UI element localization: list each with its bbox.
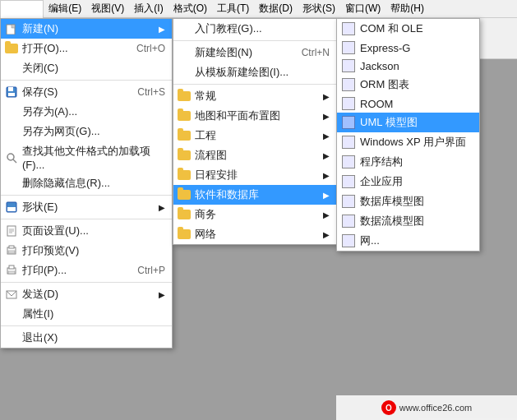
menu-item-save[interactable]: 保存(S) Ctrl+S (1, 82, 172, 102)
sw-dbmodel[interactable]: 数据库模型图 (337, 192, 479, 211)
menu-item-open[interactable]: 打开(O)... Ctrl+O (1, 39, 172, 58)
send-icon (4, 287, 19, 302)
printpreview-icon (4, 243, 19, 258)
open-icon (4, 41, 19, 56)
menu-view[interactable]: 视图(V) (86, 0, 129, 17)
svg-rect-15 (8, 251, 15, 253)
folder-biz-icon (177, 207, 192, 222)
progstruct-icon (340, 155, 357, 169)
menu-item-deleteinfo[interactable]: 删除隐藏信息(R)... (1, 173, 172, 193)
sw-enterprise[interactable]: 企业应用 (337, 172, 479, 192)
menu-item-new[interactable]: 新建(N) ▶ (1, 19, 172, 39)
find-icon (4, 150, 19, 165)
submenu-new-drawing[interactable]: 新建绘图(N) Ctrl+N (173, 43, 336, 62)
enterprise-icon (340, 174, 357, 189)
sw-orm[interactable]: ORM 图表 (337, 75, 479, 95)
watermark-text: www.office26.com (399, 403, 472, 413)
submenu-tutorial[interactable]: 入门教程(G)... (173, 19, 336, 39)
menu-help[interactable]: 帮助(H) (385, 0, 429, 17)
watermark-logo: O (381, 400, 396, 415)
menu-item-saveas[interactable]: 另存为(A)... (1, 102, 172, 122)
folder-flow-icon (177, 148, 192, 163)
sw-com-ole[interactable]: COM 和 OLE (337, 19, 479, 39)
new-sep-1 (173, 40, 336, 41)
room-icon (340, 96, 357, 111)
new-submenu-dropdown: 入门教程(G)... 新建绘图(N) Ctrl+N 从模板新建绘图(I)... … (173, 18, 337, 245)
sw-dataflow[interactable]: 数据流模型图 (337, 211, 479, 231)
menu-item-shapes[interactable]: 形状(E) ▶ (1, 197, 172, 217)
submenu-software[interactable]: 软件和数据库 ▶ (173, 185, 336, 205)
software-submenu-dropdown: COM 和 OLE Express-G Jackson ORM 图表 ROOM … (336, 18, 480, 252)
shapes-icon (4, 200, 19, 215)
menu-item-print[interactable]: 打印(P)... Ctrl+P (1, 261, 172, 280)
pagesetup-icon (4, 224, 19, 238)
orm-icon (340, 77, 357, 92)
com-ole-icon (340, 21, 357, 36)
sw-express-g[interactable]: Express-G (337, 39, 479, 57)
web-icon (340, 233, 357, 248)
sw-progstruct[interactable]: 程序结构 (337, 152, 479, 172)
menu-bar: 文件(F) 编辑(E) 视图(V) 插入(I) 格式(O) 工具(T) 数据(D… (0, 0, 517, 18)
svg-point-5 (7, 154, 14, 160)
submenu-from-template[interactable]: 从模板新建绘图(I)... (173, 62, 336, 82)
svg-rect-3 (8, 87, 13, 91)
folder-general-icon (177, 89, 192, 104)
separator-4 (1, 282, 172, 283)
sw-winxp[interactable]: Windows XP 用户界面 (337, 132, 479, 152)
separator-1 (1, 80, 172, 81)
folder-eng-icon (177, 128, 192, 143)
express-g-icon (340, 40, 357, 55)
sw-jackson[interactable]: Jackson (337, 57, 479, 75)
menu-item-pagesetup[interactable]: 页面设置(U)... (1, 221, 172, 241)
menu-format[interactable]: 格式(O) (168, 0, 212, 17)
menu-item-saveasweb[interactable]: 另存为网页(G)... (1, 122, 172, 141)
menu-item-printpreview[interactable]: 打印预览(V) (1, 241, 172, 261)
submenu-engineering[interactable]: 工程 ▶ (173, 126, 336, 145)
sw-uml[interactable]: UML 模型图 (337, 113, 479, 132)
svg-rect-14 (9, 246, 14, 248)
svg-rect-8 (7, 207, 16, 211)
folder-sw-icon (177, 187, 192, 202)
svg-marker-1 (12, 25, 15, 28)
menu-shape[interactable]: 形状(S) (298, 0, 340, 17)
folder-net-icon (177, 227, 192, 242)
menu-insert[interactable]: 插入(I) (129, 0, 168, 17)
new-sep-2 (173, 84, 336, 85)
svg-rect-17 (9, 265, 14, 269)
winxp-icon (340, 135, 357, 150)
sw-web[interactable]: 网... (337, 231, 479, 251)
menu-file[interactable]: 文件(F) (0, 0, 44, 18)
menu-tools[interactable]: 工具(T) (212, 0, 254, 17)
submenu-maps[interactable]: 地图和平面布置图 ▶ (173, 106, 336, 126)
submenu-business[interactable]: 商务 ▶ (173, 205, 336, 224)
submenu-flowchart[interactable]: 流程图 ▶ (173, 145, 336, 165)
uml-icon (340, 115, 357, 130)
sw-room[interactable]: ROOM (337, 95, 479, 113)
menu-item-exit[interactable]: 退出(X) (1, 328, 172, 348)
menu-edit[interactable]: 编辑(E) (44, 0, 86, 17)
menu-item-properties[interactable]: 属性(I) (1, 304, 172, 324)
svg-rect-18 (8, 271, 15, 274)
separator-3 (1, 219, 172, 219)
menu-item-close[interactable]: 关闭(C) (1, 58, 172, 78)
jackson-icon (340, 58, 357, 73)
menu-item-send[interactable]: 发送(D) ▶ (1, 284, 172, 304)
new-icon (4, 21, 19, 36)
submenu-network[interactable]: 网络 ▶ (173, 224, 336, 244)
menu-window[interactable]: 窗口(W) (340, 0, 385, 17)
folder-sched-icon (177, 168, 192, 182)
menu-item-findformats[interactable]: 查找其他文件格式的加载项(F)... (1, 141, 172, 173)
dataflow-icon (340, 214, 357, 228)
svg-line-6 (13, 159, 16, 163)
watermark: O www.office26.com (336, 395, 517, 420)
menu-data[interactable]: 数据(D) (254, 0, 298, 17)
svg-rect-4 (8, 93, 15, 96)
folder-maps-icon (177, 108, 192, 123)
dbmodel-icon (340, 194, 357, 209)
submenu-schedule[interactable]: 日程安排 ▶ (173, 165, 336, 185)
file-menu-dropdown: 新建(N) ▶ 打开(O)... Ctrl+O 关闭(C) 保存(S) Ctrl… (0, 18, 173, 348)
separator-2 (1, 195, 172, 196)
submenu-general[interactable]: 常规 ▶ (173, 86, 336, 106)
save-icon (4, 85, 19, 99)
print-icon (4, 263, 19, 278)
